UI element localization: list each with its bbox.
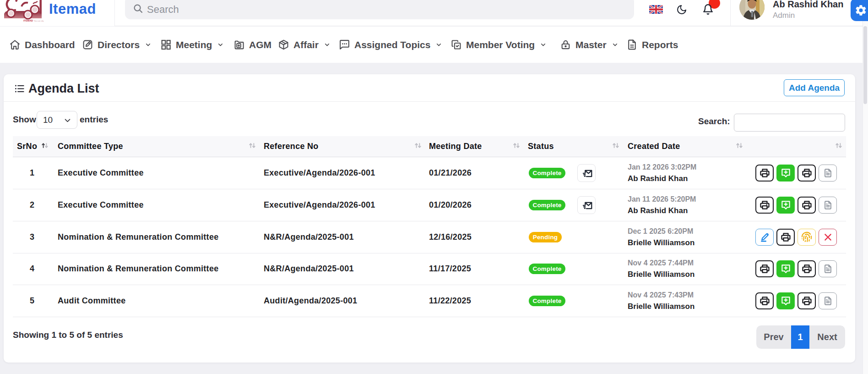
svg-text:ITEMAD: ITEMAD [23, 19, 33, 22]
svg-text:You can rely on it: You can rely on it [34, 20, 43, 22]
